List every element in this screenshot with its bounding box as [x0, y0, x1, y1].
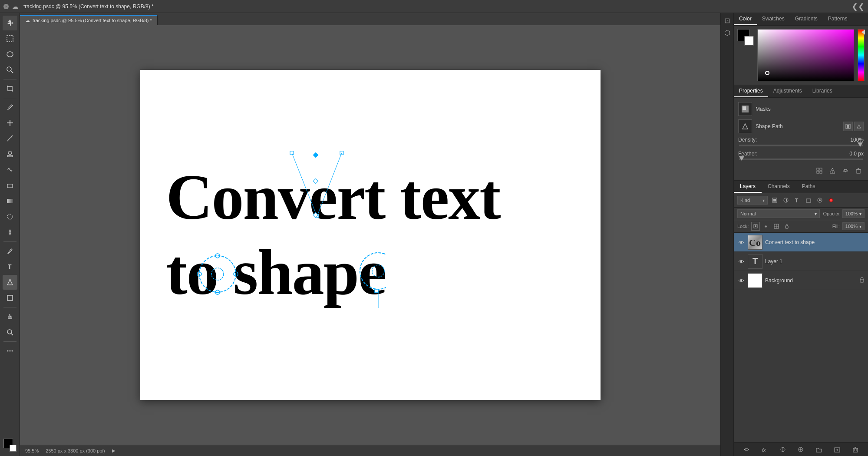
props-eye-icon[interactable]	[840, 165, 851, 176]
svg-point-58	[829, 198, 833, 202]
view-object-button[interactable]: ⬡	[722, 27, 733, 38]
density-row: Density: 100%	[738, 137, 864, 143]
svg-rect-7	[7, 199, 13, 203]
feather-slider[interactable]	[739, 159, 863, 160]
feather-slider-container[interactable]	[738, 159, 864, 160]
gradients-tab[interactable]: Gradients	[790, 13, 823, 25]
kind-icon-adjustment[interactable]	[782, 196, 790, 205]
brush-tool[interactable]	[3, 131, 17, 146]
lock-position-icon[interactable]	[762, 222, 770, 231]
opacity-dropdown-arrow: ▾	[859, 211, 861, 216]
text-line2-container: to shape	[166, 237, 386, 308]
add-style-button[interactable]: fx	[759, 444, 770, 455]
stamp-tool[interactable]	[3, 147, 17, 162]
blur-tool[interactable]	[3, 209, 17, 224]
kind-dropdown-arrow: ▾	[762, 198, 765, 203]
svg-text:fx: fx	[762, 447, 766, 453]
quick-select-tool[interactable]	[3, 63, 17, 77]
lock-pixels-icon[interactable]	[751, 222, 760, 231]
shape-path-btn2[interactable]	[854, 122, 864, 131]
canvas-scroll[interactable]: Convert text	[20, 25, 720, 445]
crop-tool[interactable]	[3, 81, 17, 96]
close-button[interactable]: ×	[3, 4, 9, 9]
fill-value-container[interactable]: 100% ▾	[842, 222, 865, 230]
add-mask-button[interactable]	[778, 444, 788, 455]
kind-icon-smart[interactable]	[815, 196, 824, 205]
feather-slider-thumb	[739, 156, 744, 161]
gradient-tool[interactable]	[3, 194, 17, 208]
svg-point-14	[7, 350, 8, 352]
kind-toggle[interactable]	[827, 196, 835, 205]
document-tab[interactable]: ☁ tracking.psdc @ 95.5% (Convert text to…	[20, 15, 158, 25]
properties-tab[interactable]: Properties	[734, 85, 768, 97]
color-gradient[interactable]	[757, 29, 854, 81]
density-slider[interactable]	[739, 145, 863, 146]
add-layer-button[interactable]	[832, 444, 842, 455]
kind-icon-shape[interactable]	[804, 196, 813, 205]
hand-tool[interactable]	[3, 309, 17, 324]
more-tools[interactable]	[3, 344, 17, 358]
layer-item-convert[interactable]: Co Convert text to shape	[734, 233, 868, 252]
adjustments-tab[interactable]: Adjustments	[768, 85, 807, 97]
zoom-tool[interactable]	[3, 325, 17, 340]
kind-label: Kind	[740, 198, 750, 203]
svg-point-65	[740, 241, 742, 243]
shape-path-icon	[738, 119, 752, 133]
lasso-tool[interactable]	[3, 47, 17, 62]
swatches-tab[interactable]: Swatches	[757, 13, 790, 25]
color-gradient-area[interactable]	[757, 29, 854, 81]
status-arrow[interactable]: ▶	[112, 448, 116, 453]
delete-layer-button[interactable]	[850, 444, 861, 455]
kind-icon-text[interactable]: T	[793, 196, 802, 205]
kind-icon-pixel[interactable]	[770, 196, 779, 205]
panel-collapse-button[interactable]: ❮❮	[851, 2, 865, 11]
fg-bg-swatch-container	[737, 29, 754, 46]
background-color[interactable]	[10, 445, 17, 452]
color-picker-area	[734, 26, 868, 85]
gradient-dark-overlay	[758, 30, 854, 81]
text-tool[interactable]: T	[3, 259, 17, 274]
patterns-tab[interactable]: Patterns	[823, 13, 853, 25]
layer-item-layer1[interactable]: T Layer 1	[734, 252, 868, 271]
lock-artboard-icon[interactable]	[772, 222, 781, 231]
svg-point-15	[9, 350, 10, 352]
kind-dropdown[interactable]: Kind ▾	[737, 196, 768, 205]
density-slider-container[interactable]	[738, 145, 864, 146]
view-3d-button[interactable]: ⊡	[722, 15, 733, 26]
channels-tab[interactable]: Channels	[762, 181, 796, 193]
lock-all-icon[interactable]	[782, 222, 791, 231]
history-brush-tool[interactable]	[3, 162, 17, 177]
background-swatch[interactable]	[744, 36, 754, 46]
layer-visibility-background[interactable]	[737, 277, 745, 284]
libraries-tab[interactable]: Libraries	[807, 85, 838, 97]
color-panel: Color Swatches Gradients Patterns	[734, 13, 868, 85]
dodge-tool[interactable]	[3, 225, 17, 240]
blend-mode-dropdown[interactable]: Normal ▾	[737, 209, 820, 218]
shape-path-btn1[interactable]	[843, 122, 853, 131]
props-refine-icon[interactable]	[827, 165, 838, 176]
add-group-button[interactable]	[814, 444, 824, 455]
move-tool[interactable]	[3, 16, 17, 30]
pen-tool[interactable]	[3, 244, 17, 258]
layer-visibility-layer1[interactable]	[737, 258, 745, 265]
heal-tool[interactable]	[3, 116, 17, 130]
hue-strip[interactable]	[858, 29, 865, 81]
paths-tab[interactable]: Paths	[796, 181, 822, 193]
shape-tool[interactable]	[3, 291, 17, 305]
layers-list[interactable]: Co Convert text to shape T Layer 1	[734, 233, 868, 442]
color-tab[interactable]: Color	[734, 13, 757, 25]
eyedropper-tool[interactable]	[3, 100, 17, 115]
props-trash-icon[interactable]	[853, 165, 864, 176]
select-tool[interactable]	[3, 31, 17, 46]
layer-name-layer1: Layer 1	[765, 258, 865, 264]
link-layers-button[interactable]	[741, 444, 752, 455]
layer-item-background[interactable]: Background	[734, 271, 868, 290]
svg-point-47	[845, 170, 846, 172]
opacity-dropdown[interactable]: 100% ▾	[842, 209, 865, 218]
props-grid-icon[interactable]	[814, 165, 825, 176]
layer-visibility-convert[interactable]	[737, 238, 745, 246]
eraser-tool[interactable]	[3, 178, 17, 193]
add-adjustment-button[interactable]	[795, 444, 806, 455]
path-select-tool[interactable]	[3, 275, 17, 290]
layers-tab[interactable]: Layers	[734, 181, 762, 193]
